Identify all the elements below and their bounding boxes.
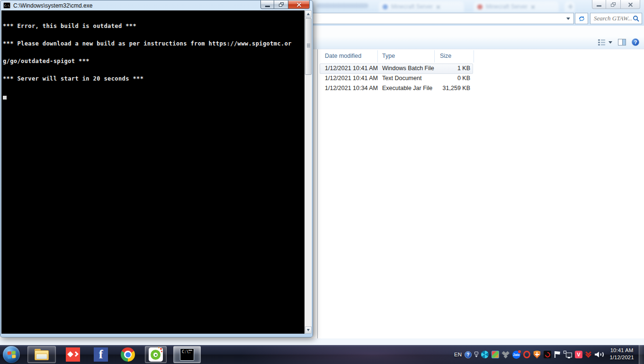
view-list-icon xyxy=(598,39,606,46)
minimize-icon xyxy=(265,6,270,7)
system-tray: EN ? Zalo V xyxy=(454,345,603,364)
minimize-button[interactable] xyxy=(260,0,274,9)
action-center-flag-icon[interactable] xyxy=(554,351,561,358)
cmd-icon: C:\. xyxy=(3,2,10,9)
taskbar-pinned-red-media-app[interactable] xyxy=(65,347,80,362)
red-diamond-arrow-icon xyxy=(66,347,80,362)
chevron-down-icon xyxy=(475,355,478,357)
column-separator[interactable] xyxy=(474,50,474,63)
column-header-type[interactable]: Type xyxy=(382,53,395,59)
language-indicator[interactable]: EN xyxy=(454,352,462,357)
preview-pane-icon xyxy=(622,39,626,45)
preview-pane-button[interactable] xyxy=(618,39,626,46)
network-tray-icon[interactable] xyxy=(564,351,572,358)
dropbox-tray-icon[interactable] xyxy=(502,351,510,358)
restore-icon xyxy=(611,2,616,7)
cmd-console[interactable]: *** Error, this build is outdated *** **… xyxy=(1,10,312,334)
file-date: 1/12/2021 10:34 AM xyxy=(325,85,378,91)
file-date: 1/12/2021 10:41 AM xyxy=(325,75,378,82)
red-chevron-app-tray-icon[interactable] xyxy=(585,351,592,358)
clock-date: 1/12/2021 xyxy=(606,354,637,361)
show-desktop-button[interactable] xyxy=(639,345,644,364)
console-cursor xyxy=(3,96,7,100)
minimize-icon xyxy=(597,5,601,7)
file-type: Windows Batch File xyxy=(382,65,434,72)
antivirus-shield-tray-icon[interactable] xyxy=(533,351,541,359)
garena-tray-icon[interactable] xyxy=(544,351,551,358)
tab-close-icon xyxy=(531,5,535,9)
thumb-grip-icon xyxy=(307,44,310,45)
game-app-tray-icon[interactable] xyxy=(492,351,499,358)
cmd-window: C:\. C:\Windows\system32\cmd.exe *** Err… xyxy=(0,0,313,337)
cmd-icon: C:\. xyxy=(180,348,194,361)
console-output: *** Error, this build is outdated *** **… xyxy=(1,10,304,334)
cmd-scrollbar[interactable] xyxy=(304,10,312,334)
column-header-date-modified[interactable]: Date modified xyxy=(325,53,361,59)
taskbar-pinned-chrome[interactable] xyxy=(120,347,135,362)
column-headers: Date modified Type Size xyxy=(318,49,644,64)
tab-favicon-red xyxy=(477,4,483,9)
explorer-caption-buttons xyxy=(592,0,640,9)
notification-dot xyxy=(518,350,521,353)
column-header-size[interactable]: Size xyxy=(440,53,451,59)
close-button[interactable] xyxy=(288,0,310,9)
tab-title: Minecraft Server xyxy=(391,3,433,10)
console-line: *** Server will start in 20 seconds *** xyxy=(3,76,304,82)
scroll-up-button[interactable] xyxy=(305,10,312,18)
coccoc-browser-icon xyxy=(149,347,163,362)
opera-tray-icon[interactable] xyxy=(523,351,530,358)
help-button[interactable]: ? xyxy=(632,38,639,46)
tab-title: Minecraft Server xyxy=(486,3,528,10)
folder-icon xyxy=(35,349,49,360)
taskbar-button-coccoc-browser[interactable] xyxy=(145,346,167,363)
new-tab-button xyxy=(564,1,575,12)
close-button[interactable] xyxy=(620,0,640,9)
close-icon xyxy=(296,2,302,7)
pane-separator xyxy=(317,49,318,345)
taskbar-clock[interactable]: 10:41 AM 1/12/2021 xyxy=(606,347,637,361)
table-row[interactable]: 1/12/2021 10:41 AM Text Document 0 KB xyxy=(318,73,644,83)
console-line: *** Error, this build is outdated *** xyxy=(3,23,304,29)
console-line: *** Please download a new build as per i… xyxy=(3,41,304,46)
minimize-button[interactable] xyxy=(592,0,606,9)
table-row[interactable]: 1/12/2021 10:41 AM Windows Batch File 1 … xyxy=(318,64,644,73)
search-icon[interactable] xyxy=(633,15,639,22)
zalo-logo-text: Zalo xyxy=(513,353,519,356)
taskbar-pinned-facebook[interactable]: f xyxy=(93,347,108,362)
taskbar-button-cmd-active[interactable]: C:\. xyxy=(173,346,201,363)
zalo-tray-icon[interactable]: Zalo xyxy=(512,351,520,359)
console-line: g/go/outdated-spigot *** xyxy=(3,58,304,64)
fan-utility-tray-icon[interactable] xyxy=(481,351,489,358)
change-view-button[interactable] xyxy=(598,39,612,46)
address-dropdown-button[interactable] xyxy=(563,13,573,24)
file-list: 1/12/2021 10:41 AM Windows Batch File 1 … xyxy=(318,64,644,93)
plus-icon xyxy=(568,4,571,9)
start-button[interactable] xyxy=(3,346,20,363)
table-row[interactable]: 1/12/2021 10:34 AM Executable Jar File 3… xyxy=(318,83,644,93)
search-input[interactable] xyxy=(590,15,633,22)
chevron-down-icon xyxy=(608,41,612,44)
show-hidden-icons-button[interactable] xyxy=(474,352,478,357)
help-tray-icon[interactable]: ? xyxy=(465,351,472,358)
taskbar-button-explorer[interactable] xyxy=(27,346,56,363)
restore-icon xyxy=(279,2,284,7)
chevron-down-icon xyxy=(566,18,570,20)
restore-button[interactable] xyxy=(606,0,620,9)
chrome-icon xyxy=(121,347,135,362)
file-size: 0 KB xyxy=(434,75,470,82)
v-app-tray-icon[interactable]: V xyxy=(575,351,582,358)
file-type: Text Document xyxy=(382,75,421,82)
column-separator[interactable] xyxy=(434,50,435,63)
v-logo-text: V xyxy=(577,352,580,357)
close-icon xyxy=(628,2,633,7)
search-box[interactable] xyxy=(590,13,642,24)
refresh-icon xyxy=(578,15,585,22)
scrollbar-thumb[interactable] xyxy=(305,18,312,75)
question-mark-icon: ? xyxy=(466,352,469,357)
explorer-footer xyxy=(0,338,644,345)
column-separator[interactable] xyxy=(377,50,378,63)
volume-icon[interactable] xyxy=(595,351,603,358)
refresh-button[interactable] xyxy=(575,13,588,24)
restore-button[interactable] xyxy=(274,0,288,9)
scroll-down-button[interactable] xyxy=(305,327,312,334)
